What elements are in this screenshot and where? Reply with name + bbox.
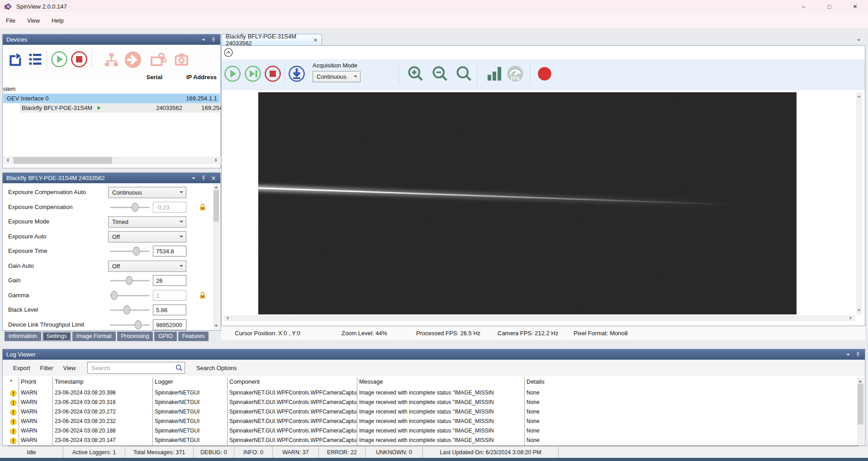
camera-stream-tab[interactable]: Blackfly BFLY-PGE-31S4M 24033562 [222, 34, 322, 45]
device-snapshot-icon[interactable] [174, 52, 190, 68]
device-settings-icon[interactable] [150, 52, 166, 68]
search-input[interactable] [87, 362, 185, 374]
device-list-icon[interactable] [28, 52, 43, 67]
slider-thumb[interactable] [126, 276, 133, 285]
log-vscrollbar-thumb[interactable] [858, 384, 863, 424]
search-icon[interactable] [175, 364, 183, 371]
property-value-box[interactable]: 1 [153, 290, 186, 301]
property-slider[interactable] [110, 246, 150, 257]
close-button[interactable]: ✕ [842, 0, 868, 13]
close-panel-icon[interactable] [210, 175, 217, 181]
log-row[interactable]: WARN23-06-2024 03:08:20.272SpinnakerNETG… [8, 408, 858, 418]
close-tab-icon[interactable] [313, 37, 318, 43]
log-row[interactable]: WARN23-06-2024 03:08:20.316SpinnakerNETG… [8, 398, 858, 408]
zoom-in-icon[interactable] [407, 65, 424, 82]
tab-features[interactable]: Features [178, 332, 209, 341]
properties-panel-header[interactable]: Blackfly BFLY-PGE-31S4M 24033562 [3, 173, 220, 183]
pin-icon[interactable] [200, 175, 207, 181]
tree-item-system[interactable]: System [3, 84, 220, 94]
warning-icon [10, 437, 17, 444]
log-column-header[interactable]: Component [228, 377, 357, 389]
tab-information[interactable]: Information [5, 332, 41, 341]
log-row[interactable]: WARN23-06-2024 03:08:20.188SpinnakerNETG… [8, 427, 858, 437]
properties-vscrollbar[interactable] [213, 184, 219, 329]
log-row[interactable]: WARN23-06-2024 03:08:20.232SpinnakerNETG… [8, 417, 858, 427]
pin-icon[interactable] [210, 37, 217, 43]
acquisition-mode-dropdown[interactable]: Continuous [313, 71, 360, 82]
panel-dropdown-icon[interactable] [200, 37, 207, 43]
log-column-header[interactable]: Details [525, 377, 858, 389]
log-column-header[interactable]: Priorit [19, 377, 53, 389]
property-dropdown[interactable]: Continuous [108, 187, 186, 198]
property-slider[interactable] [110, 290, 150, 301]
property-dropdown[interactable]: Timed [108, 216, 186, 228]
slider-thumb[interactable] [135, 320, 142, 329]
log-menu-filter[interactable]: Filter [35, 365, 58, 371]
tab-image-format[interactable]: Image Format [72, 332, 116, 341]
tab-gpio[interactable]: GPIO [154, 332, 176, 341]
stop-acquisition-icon[interactable] [264, 65, 281, 82]
log-column-header[interactable]: Message [357, 377, 525, 389]
maximize-button[interactable]: □ [816, 0, 842, 13]
panel-dropdown-icon[interactable] [845, 352, 851, 358]
start-acquisition-icon[interactable] [224, 65, 241, 82]
zoom-out-icon[interactable] [432, 65, 449, 82]
tab-list-dropdown-icon[interactable] [856, 37, 862, 43]
property-slider[interactable] [110, 202, 150, 213]
viewer-hscrollbar[interactable] [223, 315, 855, 321]
slider-thumb[interactable] [111, 291, 118, 300]
auto-force-ip-icon[interactable] [124, 51, 142, 69]
log-vscrollbar[interactable] [857, 377, 864, 444]
log-row[interactable]: WARN23-06-2024 03:08:20.398SpinnakerNETG… [8, 389, 858, 399]
tab-processing[interactable]: Processing [117, 332, 153, 341]
property-dropdown[interactable]: Off [108, 231, 186, 242]
tab-settings[interactable]: Settings [43, 332, 71, 341]
refresh-devices-icon[interactable] [9, 52, 24, 67]
log-column-header[interactable]: Logger [153, 377, 228, 389]
tree-item-device[interactable]: GEV Interface 0169.254.1.1 [3, 94, 220, 103]
slider-thumb[interactable] [123, 305, 130, 314]
slider-thumb[interactable] [133, 247, 140, 256]
property-slider[interactable] [110, 319, 150, 330]
network-topology-icon[interactable] [103, 52, 119, 68]
log-column-header[interactable]: Timestamp [53, 377, 153, 389]
log-viewer-header[interactable]: Log Viewer [3, 349, 865, 360]
save-images-icon[interactable] [288, 65, 305, 82]
devices-panel-header[interactable]: Devices [3, 34, 220, 45]
property-value-box[interactable]: 98952000 [153, 319, 186, 330]
property-value-box[interactable]: 5.86 [153, 304, 186, 315]
property-dropdown[interactable]: Off [108, 261, 186, 272]
collapse-chevron-icon[interactable] [224, 48, 233, 57]
fps-meter-icon[interactable]: FPS [507, 65, 524, 82]
log-menu-export[interactable]: Export [8, 365, 35, 371]
menu-file[interactable]: File [0, 13, 21, 28]
devices-hscrollbar[interactable] [3, 157, 221, 164]
log-menu-view[interactable]: View [58, 365, 81, 371]
camera-image[interactable] [258, 92, 797, 314]
property-slider[interactable] [110, 304, 150, 315]
viewer-vscrollbar[interactable] [856, 92, 862, 314]
stop-device-acquisition-icon[interactable] [71, 51, 88, 68]
property-value-box[interactable]: 26 [153, 275, 186, 286]
log-table-header[interactable]: *PrioritTimestampLoggerComponentMessageD… [8, 377, 858, 389]
menu-help[interactable]: Help [46, 13, 70, 28]
log-row[interactable]: WARN23-06-2024 03:08:20.147SpinnakerNETG… [8, 436, 858, 446]
pin-icon[interactable] [855, 352, 861, 358]
property-slider[interactable] [110, 275, 150, 286]
properties-vscrollbar-thumb[interactable] [213, 190, 219, 222]
start-single-acquisition-icon[interactable] [244, 65, 261, 82]
record-icon[interactable] [537, 66, 552, 81]
menu-view[interactable]: View [21, 13, 46, 28]
search-options-button[interactable]: Search Options [196, 362, 237, 374]
tree-item-device[interactable]: Blackfly BFLY-PGE-31S4M24033562169.254.1… [20, 103, 220, 113]
slider-thumb[interactable] [132, 203, 138, 212]
panel-dropdown-icon[interactable] [190, 175, 197, 181]
log-column-header[interactable]: * [8, 377, 19, 389]
devices-hscrollbar-thumb[interactable] [14, 157, 112, 164]
property-value-box[interactable]: -0.23 [153, 202, 186, 213]
zoom-reset-icon[interactable] [455, 65, 473, 82]
start-device-acquisition-icon[interactable] [51, 51, 68, 68]
property-value-box[interactable]: 7534.8 [153, 246, 186, 257]
minimize-button[interactable]: – [791, 0, 816, 13]
histogram-icon[interactable] [486, 65, 503, 82]
